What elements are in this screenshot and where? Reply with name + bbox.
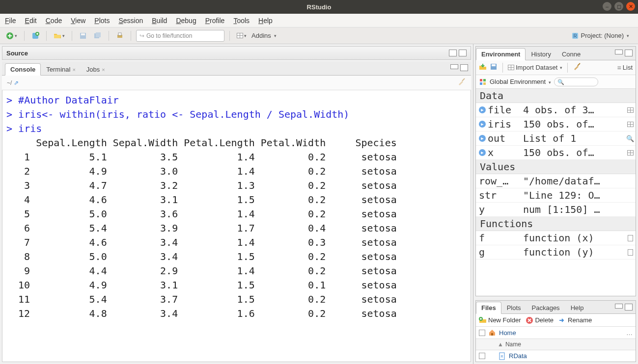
save-all-button[interactable] (92, 31, 104, 41)
env-row[interactable]: ffunction (x) (476, 231, 636, 245)
env-row[interactable]: gfunction (y) (476, 245, 636, 260)
close-icon[interactable]: × (72, 67, 75, 73)
menu-help[interactable]: Help (258, 17, 273, 25)
console-max-icon[interactable] (460, 64, 468, 71)
menu-session[interactable]: Session (118, 17, 143, 25)
import-dataset-dropdown[interactable]: Import Dataset ▾ (508, 64, 562, 71)
files-toolbar: New Folder Delete Rename (476, 314, 636, 327)
menu-code[interactable]: Code (46, 17, 62, 25)
maximize-button[interactable]: ◻ (614, 2, 623, 11)
print-button[interactable] (114, 31, 126, 41)
svg-rect-8 (118, 33, 121, 35)
grid-icon (237, 33, 243, 38)
menu-profile[interactable]: Profile (205, 17, 225, 25)
close-icon[interactable]: × (102, 67, 105, 73)
clear-workspace-icon[interactable] (573, 62, 582, 73)
broom-icon[interactable] (457, 78, 466, 88)
menu-tools[interactable]: Tools (233, 17, 250, 25)
env-row[interactable]: ▶x150 obs. of… (476, 146, 636, 160)
tab-files[interactable]: Files (476, 302, 501, 314)
tab-packages[interactable]: Packages (527, 302, 565, 313)
tab-history[interactable]: History (526, 48, 556, 60)
doc-icon[interactable] (628, 249, 633, 256)
delete-button[interactable]: Delete (526, 316, 554, 324)
goto-file-function-input[interactable]: ↪ Go to file/function (136, 30, 224, 42)
expand-icon[interactable]: ▶ (479, 135, 486, 142)
home-link[interactable]: Home (499, 329, 516, 337)
svg-rect-21 (491, 333, 493, 336)
expand-icon[interactable]: ▶ (479, 106, 486, 113)
file-checkbox[interactable] (479, 353, 485, 359)
rename-button[interactable]: Rename (558, 316, 592, 324)
titlebar: RStudio – ◻ ✕ (0, 0, 638, 14)
tab-console[interactable]: Console (5, 63, 41, 76)
menu-view[interactable]: View (71, 17, 85, 25)
tab-help[interactable]: Help (565, 302, 589, 313)
new-project-button[interactable] (29, 31, 41, 41)
list-view-toggle[interactable]: ≡ List (617, 64, 633, 72)
env-row[interactable]: ▶iris150 obs. of… (476, 117, 636, 131)
files-breadcrumb: Home … (476, 327, 636, 339)
environment-pane: Environment History Conne Import Dataset (475, 46, 636, 296)
tab-jobs[interactable]: Jobs× (81, 63, 111, 75)
expand-icon[interactable]: ▶ (479, 149, 486, 156)
environment-scope-dropdown[interactable]: Global Environment ▾ (490, 78, 551, 85)
new-file-button[interactable]: ▾ (4, 31, 19, 41)
source-pane-title: Source (6, 50, 28, 57)
env-min-icon[interactable] (615, 50, 623, 54)
console-output[interactable]: > #Author DataFlair > iris<- within(iris… (2, 90, 471, 362)
project-icon: R (571, 32, 579, 40)
addins-dropdown[interactable]: Addins ▾ (251, 32, 277, 39)
globe-icon (479, 78, 487, 86)
open-file-button[interactable]: ▾ (52, 31, 67, 41)
close-button[interactable]: ✕ (626, 2, 635, 11)
tab-plots[interactable]: Plots (501, 302, 527, 313)
environment-scope-bar: Global Environment ▾ (476, 75, 636, 89)
new-folder-button[interactable]: New Folder (479, 316, 521, 324)
view-data-icon[interactable] (627, 150, 634, 156)
menu-debug[interactable]: Debug (176, 17, 196, 25)
console-min-icon[interactable] (450, 64, 458, 69)
environment-toolbar: Import Dataset ▾ ≡ List (476, 60, 636, 75)
rdata-file-icon: R (498, 352, 506, 360)
env-row[interactable]: ▶outList of 1🔍 (476, 131, 636, 146)
files-name-header[interactable]: ▲Name (476, 339, 636, 350)
menu-build[interactable]: Build (152, 17, 167, 25)
tab-environment[interactable]: Environment (476, 48, 526, 60)
main-toolbar: ▾ ▾ ↪ Go to file/function ▾ (0, 27, 638, 44)
tab-connections[interactable]: Conne (556, 48, 586, 60)
goto-placeholder: Go to file/function (146, 32, 192, 39)
env-row[interactable]: ynum [1:150] … (476, 203, 636, 217)
source-pane-maximize-icon[interactable] (459, 50, 467, 56)
window-title: RStudio (307, 3, 332, 11)
view-data-icon[interactable] (627, 107, 634, 113)
menu-plots[interactable]: Plots (94, 17, 110, 25)
files-max-icon[interactable] (625, 304, 633, 311)
source-pane-layout-icon[interactable] (449, 50, 457, 56)
doc-icon[interactable] (628, 235, 633, 241)
grid-view-button[interactable]: ▾ (235, 32, 249, 39)
view-data-icon[interactable] (627, 122, 634, 127)
save-button[interactable] (77, 31, 89, 41)
tab-terminal[interactable]: Terminal× (41, 63, 81, 75)
env-row[interactable]: str"Line 129: O… (476, 188, 636, 203)
window-controls: – ◻ ✕ (603, 2, 635, 11)
file-row[interactable]: R RData (476, 350, 636, 362)
expand-icon[interactable]: ▶ (479, 121, 486, 128)
more-icon[interactable]: … (626, 329, 633, 337)
env-max-icon[interactable] (625, 50, 633, 56)
menu-edit[interactable]: Edit (25, 17, 37, 25)
project-selector[interactable]: R Project: (None) ▾ (571, 32, 634, 40)
env-row[interactable]: ▶file4 obs. of 3… (476, 103, 636, 117)
load-workspace-icon[interactable] (479, 63, 487, 72)
env-row[interactable]: row_…"/home/dataf… (476, 174, 636, 188)
svg-rect-6 (96, 32, 101, 37)
save-workspace-icon[interactable] (490, 63, 498, 72)
files-min-icon[interactable] (615, 304, 623, 309)
search-icon[interactable]: 🔍 (626, 135, 634, 142)
menu-file[interactable]: File (5, 17, 16, 25)
select-all-checkbox[interactable] (479, 330, 485, 336)
environment-search-input[interactable] (554, 78, 598, 86)
minimize-button[interactable]: – (603, 2, 611, 11)
svg-rect-16 (483, 79, 486, 81)
